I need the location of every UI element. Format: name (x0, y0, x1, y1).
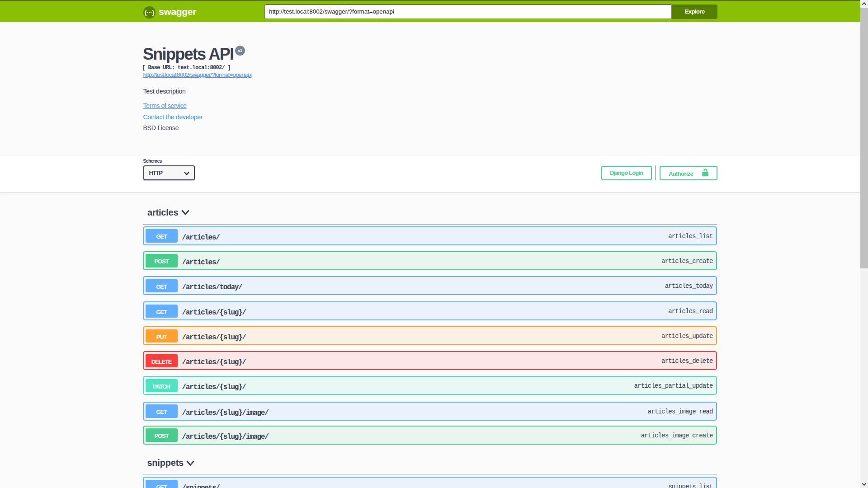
svg-text:{···}: {···} (144, 9, 154, 16)
